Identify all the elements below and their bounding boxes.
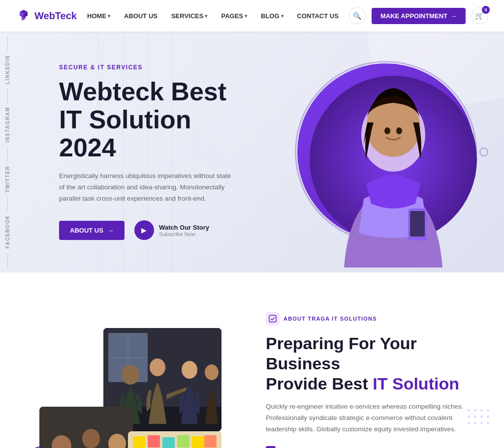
- navbar: WebTeck HOME ▾ ABOUT US SERVICES ▾ PAGES…: [0, 0, 504, 31]
- social-instagram[interactable]: INSTAGRAM: [3, 103, 12, 147]
- svg-rect-37: [148, 435, 160, 448]
- nav-about[interactable]: ABOUT US: [124, 12, 158, 20]
- hero-about-button[interactable]: ABOUT US →: [59, 221, 125, 240]
- dot: [468, 422, 470, 424]
- dot: [480, 416, 483, 418]
- svg-rect-40: [192, 436, 204, 448]
- dot: [487, 409, 489, 412]
- dot: [468, 416, 470, 418]
- nav-home[interactable]: HOME ▾: [87, 12, 110, 20]
- dot: [474, 422, 476, 424]
- feature-list: ✓ Dramatically re-engineer value added I…: [266, 446, 474, 448]
- hero-tag: SECURE & IT SERVICES: [59, 64, 236, 71]
- arrow-right-icon: →: [450, 12, 457, 20]
- social-twitter[interactable]: TWITTER: [3, 161, 12, 196]
- watch-subtitle: Subscribe Now: [159, 231, 209, 237]
- appointment-button[interactable]: MAKE APPOINTMENT →: [372, 8, 466, 24]
- about-image-small-svg: [128, 431, 221, 448]
- dot: [487, 416, 489, 418]
- hero-title: Webteck Best IT Solution 2024: [59, 78, 236, 162]
- svg-rect-52: [269, 315, 276, 322]
- dot: [474, 409, 476, 412]
- about-tag-row: ABOUT TRAGA IT SOLUTIONS: [266, 312, 474, 326]
- cart-badge: 0: [482, 6, 490, 14]
- svg-point-13: [384, 127, 390, 134]
- dot: [468, 409, 470, 412]
- about-image-medium-svg: [39, 407, 133, 448]
- svg-rect-39: [177, 435, 189, 448]
- social-divider-2: [7, 147, 8, 161]
- about-image-medium: [39, 407, 133, 448]
- svg-point-32: [82, 429, 100, 448]
- dots-decoration: [468, 409, 489, 424]
- hero-person-image: [292, 41, 479, 268]
- hero-description: Energistically harness ubiquitous impera…: [59, 171, 236, 205]
- pages-dropdown-arrow: ▾: [245, 13, 247, 19]
- hero-section: LINKEDIN INSTAGRAM TWITTER FACEBOOK SECU…: [0, 31, 504, 272]
- dot: [474, 416, 476, 418]
- about-section: ABOUT TRAGA IT SOLUTIONS Preparing For Y…: [0, 272, 504, 448]
- social-linkedin[interactable]: LINKEDIN: [3, 51, 12, 88]
- watch-title: Watch Our Story: [159, 224, 209, 231]
- about-tag-label: ABOUT TRAGA IT SOLUTIONS: [284, 316, 377, 322]
- social-sidebar: LINKEDIN INSTAGRAM TWITTER FACEBOOK: [0, 36, 12, 268]
- svg-point-23: [182, 361, 197, 379]
- hero-actions: ABOUT US → ▶ Watch Our Story Subscribe N…: [59, 220, 236, 240]
- svg-point-24: [205, 364, 219, 380]
- about-content: ABOUT TRAGA IT SOLUTIONS Preparing For Y…: [266, 312, 474, 448]
- svg-point-22: [150, 358, 165, 376]
- dot: [480, 409, 483, 412]
- blog-dropdown-arrow: ▾: [281, 13, 284, 19]
- hero-content: SECURE & IT SERVICES Webteck Best IT Sol…: [0, 34, 266, 269]
- logo-text: WebTeck: [34, 10, 77, 22]
- about-images-column: [30, 328, 236, 448]
- feature-item-1: ✓ Dramatically re-engineer value added I…: [266, 446, 474, 448]
- dot: [480, 422, 483, 424]
- svg-rect-41: [204, 435, 217, 448]
- hero-person-svg: [295, 46, 477, 268]
- social-facebook[interactable]: FACEBOOK: [3, 211, 12, 253]
- nav-actions: 🔍 MAKE APPOINTMENT → 🛒 0: [349, 7, 488, 24]
- social-divider-3: [7, 196, 8, 211]
- nav-blog[interactable]: BLOG ▾: [261, 12, 284, 20]
- svg-point-14: [396, 127, 402, 134]
- social-line-bottom: [7, 253, 8, 268]
- nav-links: HOME ▾ ABOUT US SERVICES ▾ PAGES ▾ BLOG …: [87, 12, 339, 20]
- social-divider-1: [7, 88, 8, 103]
- about-description: Quickly re-engineer intuitive e-services…: [266, 401, 472, 435]
- about-arrow-icon: →: [107, 227, 114, 234]
- about-title: Preparing For Your Business Provide Best…: [266, 333, 474, 393]
- svg-rect-38: [162, 437, 175, 448]
- watch-story-button[interactable]: ▶ Watch Our Story Subscribe Now: [134, 220, 209, 240]
- nav-services[interactable]: SERVICES ▾: [171, 12, 208, 20]
- home-dropdown-arrow: ▾: [108, 13, 110, 19]
- hero-image-area: [268, 31, 504, 272]
- logo-icon: [16, 8, 32, 24]
- services-dropdown-arrow: ▾: [205, 13, 207, 19]
- checkmark-icon-1: ✓: [266, 446, 276, 448]
- cart-button[interactable]: 🛒 0: [472, 7, 488, 24]
- about-image-small: [128, 431, 221, 448]
- svg-rect-11: [410, 211, 425, 237]
- about-tag-icon: [266, 312, 280, 326]
- search-icon: 🔍: [353, 12, 361, 20]
- svg-rect-36: [133, 436, 145, 448]
- nav-contact[interactable]: CONTACT US: [297, 12, 339, 20]
- logo[interactable]: WebTeck: [16, 8, 77, 24]
- svg-point-21: [122, 365, 139, 385]
- dot: [487, 422, 489, 424]
- hero-small-decorative-circle: [479, 148, 488, 156]
- nav-pages[interactable]: PAGES ▾: [221, 12, 247, 20]
- play-icon: ▶: [134, 220, 154, 240]
- search-button[interactable]: 🔍: [349, 7, 366, 24]
- social-line-top: [7, 36, 8, 51]
- shield-icon: [269, 315, 277, 323]
